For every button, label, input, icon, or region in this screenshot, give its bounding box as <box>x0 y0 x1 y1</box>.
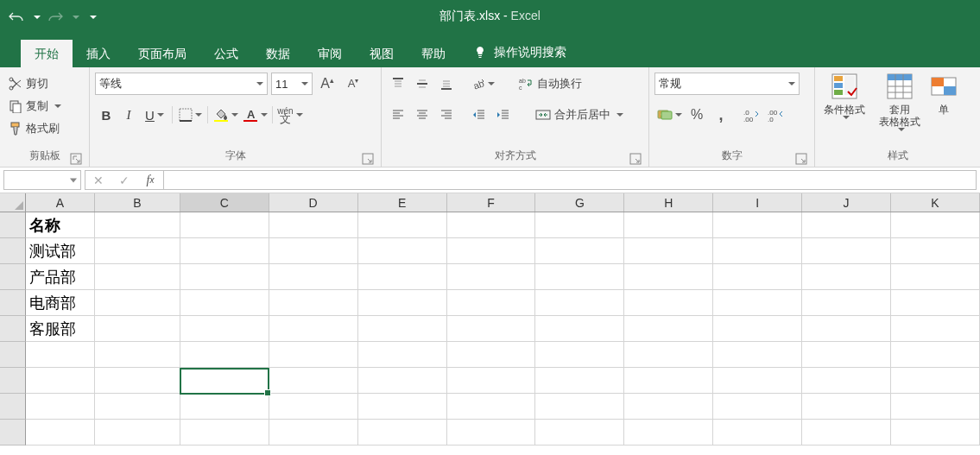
cell[interactable] <box>624 368 713 394</box>
tab-file-stub[interactable] <box>0 40 21 67</box>
copy-button[interactable]: 复制 <box>5 95 84 117</box>
cell[interactable] <box>447 394 536 420</box>
cell-D1[interactable] <box>269 212 358 238</box>
cell[interactable] <box>447 420 536 446</box>
row-header[interactable] <box>0 316 26 342</box>
cell[interactable] <box>95 368 180 394</box>
cell-C1[interactable] <box>180 212 269 238</box>
cell[interactable] <box>447 238 536 264</box>
orientation-button[interactable]: ab <box>468 73 497 95</box>
align-bottom-button[interactable] <box>435 73 458 95</box>
font-launcher-icon[interactable] <box>362 153 374 165</box>
tab-review[interactable]: 审阅 <box>304 40 356 67</box>
cell[interactable] <box>802 238 891 264</box>
cell[interactable] <box>180 290 269 316</box>
cell[interactable] <box>713 368 802 394</box>
enter-button[interactable]: ✓ <box>111 171 137 189</box>
cell[interactable] <box>180 316 269 342</box>
cell-A2[interactable]: 测试部 <box>26 238 95 264</box>
col-header-I[interactable]: I <box>713 193 802 212</box>
cell[interactable] <box>26 394 95 420</box>
cancel-button[interactable]: ✕ <box>85 171 111 189</box>
cell[interactable] <box>269 290 358 316</box>
cell[interactable] <box>447 368 536 394</box>
cell[interactable] <box>713 394 802 420</box>
name-box[interactable] <box>3 170 81 190</box>
cell-H1[interactable] <box>624 212 713 238</box>
cell-I1[interactable] <box>713 212 802 238</box>
number-launcher-icon[interactable] <box>795 153 807 165</box>
row-header[interactable] <box>0 212 26 238</box>
number-format-combo[interactable]: 常规 <box>654 73 800 95</box>
cell[interactable] <box>447 316 536 342</box>
align-center-button[interactable] <box>411 104 433 126</box>
cell-J1[interactable] <box>802 212 891 238</box>
cell[interactable] <box>891 264 980 290</box>
cell[interactable] <box>269 316 358 342</box>
cell[interactable] <box>713 290 802 316</box>
cell[interactable] <box>95 420 180 446</box>
tab-insert[interactable]: 插入 <box>73 40 124 67</box>
cell-A3[interactable]: 产品部 <box>26 264 95 290</box>
cell[interactable] <box>95 264 180 290</box>
cell[interactable] <box>358 238 447 264</box>
cell-E1[interactable] <box>358 212 447 238</box>
cell[interactable] <box>358 420 447 446</box>
cell-A5[interactable]: 客服部 <box>26 316 95 342</box>
cell[interactable] <box>180 394 269 420</box>
cell[interactable] <box>802 264 891 290</box>
align-left-button[interactable] <box>387 104 409 126</box>
tab-data[interactable]: 数据 <box>252 40 304 67</box>
cell[interactable] <box>535 264 624 290</box>
col-header-J[interactable]: J <box>802 193 891 212</box>
col-header-D[interactable]: D <box>269 193 358 212</box>
cell[interactable] <box>26 342 95 368</box>
cell[interactable] <box>447 290 536 316</box>
clipboard-launcher-icon[interactable] <box>70 153 82 165</box>
cell-B1[interactable] <box>95 212 180 238</box>
redo-dropdown[interactable] <box>73 16 79 19</box>
accounting-format-button[interactable] <box>654 104 684 126</box>
col-header-C[interactable]: C <box>180 193 269 212</box>
merge-center-button[interactable]: 合并后居中 <box>530 104 629 126</box>
cell-F1[interactable] <box>447 212 536 238</box>
tab-page-layout[interactable]: 页面布局 <box>124 40 200 67</box>
cell-K1[interactable] <box>891 212 980 238</box>
cell[interactable] <box>802 342 891 368</box>
tab-view[interactable]: 视图 <box>356 40 408 67</box>
font-name-combo[interactable]: 等线 <box>95 73 268 95</box>
cell[interactable] <box>713 342 802 368</box>
cell[interactable] <box>180 238 269 264</box>
italic-button[interactable]: I <box>117 104 140 126</box>
align-right-button[interactable] <box>435 104 458 126</box>
cell[interactable] <box>447 264 536 290</box>
col-header-G[interactable]: G <box>535 193 624 212</box>
cell[interactable] <box>358 264 447 290</box>
cell[interactable] <box>535 316 624 342</box>
cell[interactable] <box>269 264 358 290</box>
cell-A1[interactable]: 名称 <box>26 212 95 238</box>
cell[interactable] <box>624 394 713 420</box>
cell[interactable] <box>891 342 980 368</box>
cell[interactable] <box>447 342 536 368</box>
cell[interactable] <box>269 368 358 394</box>
cell[interactable] <box>891 394 980 420</box>
cell[interactable] <box>358 316 447 342</box>
format-painter-button[interactable]: 格式刷 <box>5 117 84 140</box>
increase-decimal-button[interactable]: .0.00 <box>741 104 763 126</box>
underline-button[interactable]: U <box>140 104 169 126</box>
fx-button[interactable]: fx <box>137 171 163 189</box>
cell[interactable] <box>95 394 180 420</box>
cell[interactable] <box>624 238 713 264</box>
cell[interactable] <box>891 420 980 446</box>
col-header-B[interactable]: B <box>95 193 180 212</box>
cell[interactable] <box>269 420 358 446</box>
row-header[interactable] <box>0 368 26 394</box>
cell[interactable] <box>95 290 180 316</box>
col-header-H[interactable]: H <box>624 193 713 212</box>
row-header[interactable] <box>0 420 26 446</box>
cell[interactable] <box>713 420 802 446</box>
cell[interactable] <box>358 342 447 368</box>
row-header[interactable] <box>0 342 26 368</box>
select-all-corner[interactable] <box>0 193 26 212</box>
